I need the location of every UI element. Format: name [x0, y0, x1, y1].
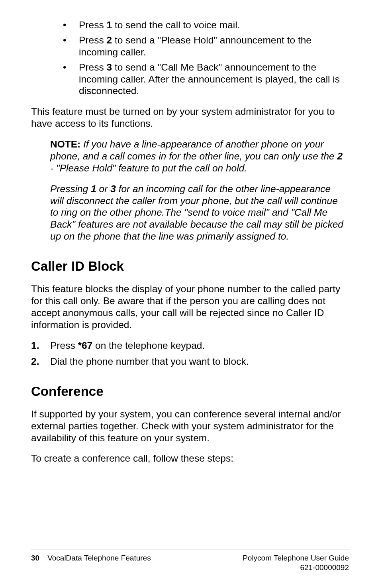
note2-key2: 3: [110, 183, 116, 194]
note-paragraph-1: NOTE: If you have a line-appearance of a…: [50, 138, 345, 174]
note-block: NOTE: If you have a line-appearance of a…: [50, 138, 345, 242]
footer-left-text: VocalData Telephone Features: [47, 553, 151, 573]
list-item: Press 3 to send a "Call Me Back" announc…: [63, 61, 349, 97]
list-item: Press 2 to send a "Please Hold" announce…: [63, 34, 349, 58]
page-content: Press 1 to send the call to voice mail. …: [31, 19, 349, 549]
conference-heading: Conference: [31, 383, 349, 399]
footer-doc-title: Polycom Telephone User Guide: [243, 553, 349, 563]
conference-paragraph-1: If supported by your system, you can con…: [31, 408, 349, 444]
conference-paragraph-2: To create a conference call, follow thes…: [31, 452, 349, 464]
note-label: NOTE:: [50, 139, 80, 149]
bullet-text-suffix: to send the call to voice mail.: [112, 20, 240, 30]
footer-left: 30 VocalData Telephone Features: [31, 553, 151, 573]
note-paragraph-2: Pressing 1 or 3 for an incoming call for…: [50, 183, 345, 242]
feature-paragraph: This feature must be turned on by your s…: [31, 106, 349, 130]
step-suffix: on the telephone keypad.: [92, 340, 205, 351]
note-key: 2: [337, 151, 343, 161]
list-item: 1. Press *67 on the telephone keypad.: [31, 340, 349, 352]
step-prefix: Press: [50, 340, 78, 351]
bullet-text-prefix: Press: [79, 35, 106, 45]
footer-right: Polycom Telephone User Guide 621-0000009…: [243, 553, 349, 573]
bullet-text-prefix: Press: [79, 62, 106, 73]
note-text-a: If you have a line-appearance of another…: [50, 139, 337, 161]
note2-a: Pressing: [50, 183, 91, 194]
list-item: 2. Dial the phone number that you want t…: [31, 356, 349, 368]
list-item: Press 1 to send the call to voice mail.: [63, 19, 349, 31]
page-footer: 30 VocalData Telephone Features Polycom …: [31, 549, 349, 573]
step-code: *67: [78, 340, 92, 351]
bullet-key: 1: [106, 20, 112, 30]
note-text-b: - "Please Hold" feature to put the call …: [50, 163, 247, 173]
caller-id-steps: 1. Press *67 on the telephone keypad. 2.…: [31, 340, 349, 368]
bullet-key: 3: [106, 62, 112, 73]
key-press-list: Press 1 to send the call to voice mail. …: [63, 19, 349, 97]
bullet-key: 2: [106, 35, 112, 45]
bullet-text-suffix: to send a "Call Me Back" announcement to…: [79, 62, 340, 96]
step-prefix: Dial the phone number that you want to b…: [50, 356, 249, 367]
bullet-text-suffix: to send a "Please Hold" announcement to …: [79, 35, 311, 57]
page-number: 30: [31, 553, 39, 573]
step-number: 1.: [31, 340, 39, 352]
caller-id-paragraph: This feature blocks the display of your …: [31, 283, 349, 331]
note2-key1: 1: [91, 183, 96, 194]
step-number: 2.: [31, 356, 39, 368]
bullet-text-prefix: Press: [79, 20, 106, 30]
footer-doc-number: 621-00000092: [243, 563, 349, 573]
note2-mid: or: [96, 183, 110, 194]
caller-id-heading: Caller ID Block: [31, 258, 349, 274]
